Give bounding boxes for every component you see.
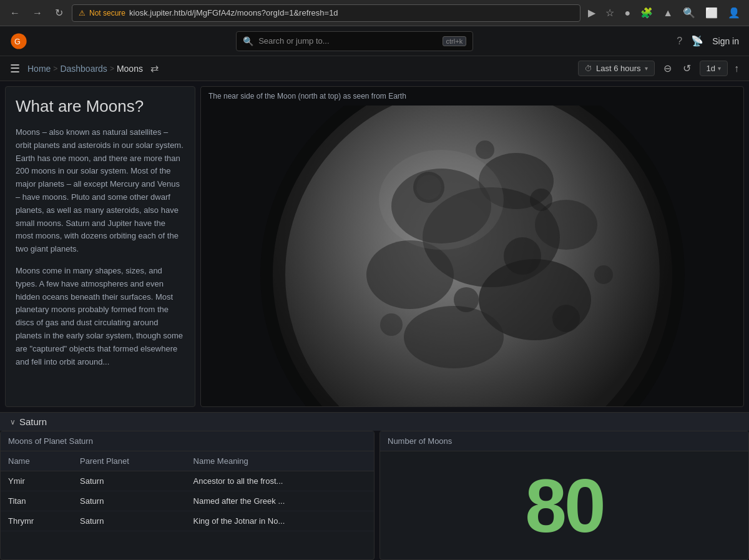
svg-point-16 (476, 140, 494, 159)
cell-planet-1: Saturn (72, 491, 185, 511)
moon-image-panel: The near side of the Moon (north at top)… (200, 86, 744, 407)
paragraph-2: Moons come in many shapes, sizes, and ty… (16, 265, 185, 368)
moons-table: Name Parent Planet Name Meaning Ymir Sat… (1, 451, 374, 531)
search-placeholder: Search or jump to... (258, 36, 329, 46)
browser-controls: ▶ ☆ ● 🧩 ▲ 🔍 ⬜ 👤 (585, 4, 743, 21)
sign-in-button[interactable]: Sign in (712, 36, 739, 46)
search-icon: 🔍 (243, 36, 253, 46)
cell-meaning-1: Named after the Greek ... (186, 491, 374, 511)
share-icon[interactable]: ⇄ (150, 62, 159, 74)
table-container[interactable]: Name Parent Planet Name Meaning Ymir Sat… (1, 451, 374, 559)
svg-point-20 (379, 150, 504, 250)
breadcrumb-left: ☰ Home > Dashboards > Moons ⇄ (10, 62, 159, 76)
security-label: Not secure (89, 9, 125, 17)
svg-point-19 (594, 265, 613, 284)
address-bar[interactable]: ⚠ Not secure kiosk.jupiter.htb/d/jMgFGfA… (72, 4, 580, 22)
svg-point-14 (454, 287, 479, 312)
forward-button[interactable]: → (29, 5, 46, 21)
table-row[interactable]: Thrymr Saturn King of the Jotnar in No..… (1, 511, 374, 531)
breadcrumb-sep2: > (110, 64, 114, 73)
col-name: Name (1, 451, 72, 471)
browser-url: kiosk.jupiter.htb/d/jMgFGfA4z/moons?orgI… (129, 8, 338, 17)
grafana-topbar: G 🔍 Search or jump to... ctrl+k ? 📡 Sign… (0, 26, 749, 56)
extension-icon[interactable]: 🧩 (638, 4, 655, 21)
table-row[interactable]: Titan Saturn Named after the Greek ... (1, 491, 374, 511)
what-are-moons-panel: What are Moons? Moons – also known as na… (5, 86, 195, 407)
breadcrumb-dashboards[interactable]: Dashboards (60, 64, 107, 74)
breadcrumb-home[interactable]: Home (27, 64, 51, 74)
table-panel-title: Moons of Planet Saturn (1, 431, 374, 451)
clock-icon: ⏱ (585, 64, 592, 73)
cell-planet-2: Saturn (72, 511, 185, 531)
svg-point-17 (552, 305, 580, 332)
moon-image-container (201, 106, 743, 406)
search-shortcut: ctrl+k (443, 36, 467, 46)
breadcrumb-bar: ☰ Home > Dashboards > Moons ⇄ ⏱ Last 6 h… (0, 56, 749, 81)
bookmark-icon[interactable]: ☆ (603, 4, 617, 21)
grafana-logo[interactable]: G (10, 32, 27, 50)
dashboard-content: What are Moons? Moons – also known as na… (0, 81, 749, 560)
panel-title: What are Moons? (16, 97, 185, 116)
saturn-label: Saturn (19, 416, 47, 427)
cell-meaning-2: King of the Jotnar in No... (186, 511, 374, 531)
table-row[interactable]: Ymir Saturn Ancestor to all the frost... (1, 471, 374, 491)
refresh-button[interactable]: ↺ (680, 60, 693, 77)
bottom-section: ∨ Saturn Moons of Planet Saturn Name Par… (0, 412, 749, 560)
breadcrumb-current: Moons (117, 64, 143, 74)
time-step-chevron-icon: ▾ (718, 65, 721, 72)
cell-name-2: Thrymr (1, 511, 72, 531)
time-step-label: 1d (707, 64, 715, 73)
saturn-chevron-icon: ∨ (10, 418, 16, 426)
help-icon[interactable]: ? (677, 36, 682, 47)
breadcrumb-sep1: > (53, 64, 57, 73)
cast-icon[interactable]: ▶ (585, 4, 598, 21)
svg-point-9 (404, 306, 504, 368)
time-range-label: Last 6 hours (596, 64, 641, 73)
grafana-top-right: ? 📡 Sign in (677, 35, 739, 47)
cell-name-0: Ymir (1, 471, 72, 491)
breadcrumb-right: ⏱ Last 6 hours ▾ ⊖ ↺ 1d ▾ ↑ (578, 60, 739, 77)
svg-point-15 (530, 189, 552, 211)
cell-meaning-0: Ancestor to all the frost... (186, 471, 374, 491)
back-button[interactable]: ← (6, 5, 24, 21)
user-icon[interactable]: 👤 (725, 4, 743, 21)
number-panel-title: Number of Moons (380, 431, 748, 451)
security-warning-icon: ⚠ (79, 9, 86, 17)
alerts-icon[interactable]: 📡 (691, 35, 703, 47)
paragraph-1: Moons – also known as natural satellites… (16, 126, 185, 256)
grafana-search-area: 🔍 Search or jump to... ctrl+k (40, 31, 669, 51)
bottom-panels: Moons of Planet Saturn Name Parent Plane… (0, 431, 749, 560)
window-icon[interactable]: ⬜ (703, 4, 720, 21)
svg-point-7 (366, 240, 454, 309)
cell-name-1: Titan (1, 491, 72, 511)
search-input[interactable]: 🔍 Search or jump to... ctrl+k (236, 31, 473, 51)
moons-count: 80 (380, 451, 748, 559)
extension2-icon[interactable]: ▲ (660, 5, 675, 21)
hamburger-menu-button[interactable]: ☰ (10, 62, 20, 76)
saturn-section-label[interactable]: ∨ Saturn (0, 412, 749, 431)
browser-bar: ← → ↻ ⚠ Not secure kiosk.jupiter.htb/d/j… (0, 0, 749, 26)
panel-body: Moons – also known as natural satellites… (16, 126, 185, 368)
col-name-meaning: Name Meaning (186, 451, 374, 471)
cell-planet-0: Saturn (72, 471, 185, 491)
time-chevron-icon: ▾ (645, 65, 648, 72)
svg-text:G: G (14, 37, 21, 46)
moon-caption: The near side of the Moon (north at top)… (201, 87, 743, 106)
col-parent-planet: Parent Planet (72, 451, 185, 471)
profile-icon[interactable]: ● (622, 5, 633, 21)
svg-point-13 (504, 237, 541, 275)
moons-table-panel: Moons of Planet Saturn Name Parent Plane… (0, 431, 374, 560)
time-step-button[interactable]: 1d ▾ (700, 61, 728, 76)
zoom-out-button[interactable]: ⊖ (661, 60, 674, 77)
search-icon[interactable]: 🔍 (680, 4, 698, 21)
moon-image (254, 106, 691, 406)
svg-point-18 (380, 313, 403, 336)
table-header-row: Name Parent Planet Name Meaning (1, 451, 374, 471)
top-row: What are Moons? Moons – also known as na… (0, 81, 749, 412)
time-range-button[interactable]: ⏱ Last 6 hours ▾ (578, 61, 655, 76)
refresh-button[interactable]: ↻ (51, 4, 67, 21)
collapse-button[interactable]: ↑ (734, 63, 739, 74)
number-of-moons-panel: Number of Moons 80 (379, 431, 749, 560)
